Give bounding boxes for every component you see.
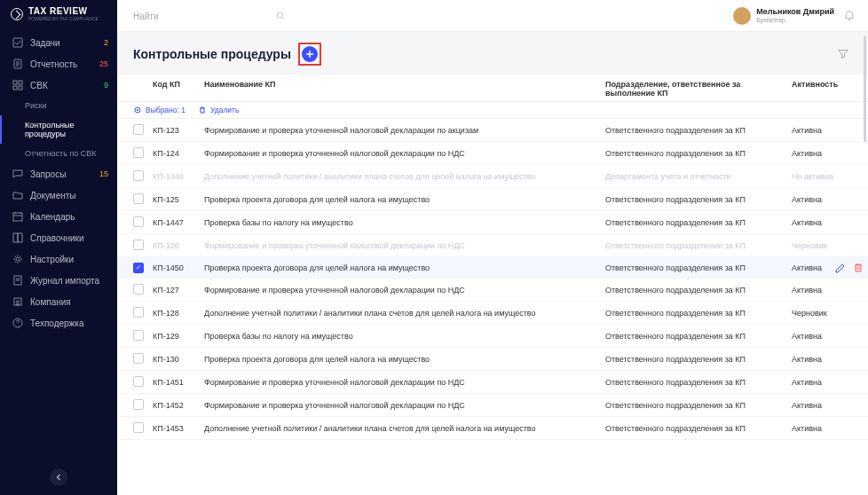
- table-row[interactable]: КП-124Формирование и проверка уточненной…: [117, 142, 868, 165]
- cell-activity: Активна: [792, 195, 852, 204]
- cell-dept: Ответственного подразделения за КП: [605, 195, 792, 204]
- search-icon: [276, 11, 286, 20]
- sidebar: TAX REVIEW POWERED BY TAX COMPLIANCE Зад…: [0, 0, 117, 495]
- row-checkbox[interactable]: [133, 240, 144, 250]
- sidebar-item-5[interactable]: Отчетность по СВК: [0, 144, 117, 163]
- row-checkbox[interactable]: [133, 330, 144, 341]
- bulk-delete-button[interactable]: Удалить: [198, 106, 239, 114]
- sidebar-badge: 2: [104, 38, 108, 47]
- sidebar-item-0[interactable]: Задачи2: [0, 32, 117, 53]
- svg-rect-2: [13, 81, 17, 84]
- table-row[interactable]: КП-1446Дополнение учетной политики / ана…: [117, 165, 868, 188]
- cell-name: Дополнение учетной политики / аналитики …: [204, 309, 605, 318]
- table-row[interactable]: КП-126Формирование и проверка уточненной…: [117, 234, 868, 257]
- row-checkbox[interactable]: [133, 307, 144, 318]
- svg-point-11: [277, 12, 282, 17]
- page-header: Контрольные процедуры: [117, 32, 868, 75]
- sidebar-item-12[interactable]: Компания: [0, 291, 117, 312]
- bell-icon: [843, 10, 856, 22]
- table-row[interactable]: КП-1451Формирование и проверка уточненно…: [117, 371, 868, 394]
- cell-name: Дополнение учетной политики / аналитики …: [204, 172, 605, 181]
- svg-rect-4: [13, 86, 17, 90]
- collapse-sidebar-button[interactable]: [50, 468, 67, 486]
- sidebar-item-3[interactable]: Риски: [0, 96, 117, 115]
- logo-tagline: POWERED BY TAX COMPLIANCE: [28, 17, 99, 21]
- table-row[interactable]: КП-129Проверка базы по налогу на имущест…: [117, 325, 868, 348]
- filter-icon: [837, 48, 849, 60]
- cell-code: КП-1453: [153, 424, 204, 433]
- col-name[interactable]: Наименование КП: [204, 80, 605, 98]
- sidebar-item-9[interactable]: Справочники: [0, 227, 117, 248]
- sidebar-item-8[interactable]: Календарь: [0, 206, 117, 227]
- table-body: КП-123Формирование и проверка уточненной…: [117, 119, 868, 440]
- row-checkbox[interactable]: [133, 147, 144, 158]
- trash-icon: [852, 262, 864, 274]
- sidebar-item-label: СВК: [30, 81, 97, 90]
- table-row[interactable]: КП-128Дополнение учетной политики / анал…: [117, 302, 868, 325]
- page-title: Контрольные процедуры: [133, 47, 291, 61]
- cell-code: КП-129: [153, 332, 204, 341]
- row-checkbox[interactable]: [133, 284, 144, 295]
- row-checkbox[interactable]: [133, 124, 144, 135]
- col-code[interactable]: Код КП: [153, 80, 204, 98]
- sidebar-item-label: Календарь: [30, 212, 108, 222]
- cell-activity: Активна: [792, 401, 852, 410]
- sidebar-item-10[interactable]: Настройки: [0, 248, 117, 270]
- user-block[interactable]: Мельников Дмирий Бухгалтер: [733, 7, 834, 25]
- filter-button[interactable]: [834, 45, 852, 63]
- sidebar-item-label: Отчетность по СВК: [25, 149, 108, 158]
- avatar: [733, 7, 751, 25]
- row-checkbox[interactable]: [133, 170, 144, 181]
- table-row[interactable]: КП-1453Дополнение учетной политики / ана…: [117, 417, 868, 440]
- sidebar-badge: 9: [104, 81, 108, 90]
- user-name: Мельников Дмирий: [756, 8, 834, 17]
- svg-point-7: [16, 257, 20, 261]
- col-activity[interactable]: Активность: [792, 80, 852, 98]
- cell-name: Проверка проекта договора для целей нало…: [204, 355, 605, 364]
- cell-name: Проверка проекта договора для целей нало…: [204, 195, 605, 204]
- book-icon: [12, 232, 23, 243]
- row-checkbox[interactable]: [133, 353, 144, 364]
- row-checkbox[interactable]: [133, 376, 144, 387]
- sidebar-item-13[interactable]: Техподержка: [0, 312, 117, 334]
- svg-rect-9: [14, 298, 21, 305]
- cell-dept: Ответственного подразделения за КП: [605, 424, 792, 433]
- cell-dept: Ответственного подразделения за КП: [605, 218, 792, 227]
- table-row[interactable]: КП-123Формирование и проверка уточненной…: [117, 119, 868, 142]
- table-row[interactable]: КП-1447Проверка базы по налогу на имущес…: [117, 211, 868, 234]
- cell-code: КП-125: [153, 195, 204, 204]
- sidebar-item-1[interactable]: Отчетность25: [0, 53, 117, 75]
- row-checkbox[interactable]: [133, 216, 144, 227]
- row-checkbox[interactable]: [133, 399, 144, 410]
- row-checkbox[interactable]: ✓: [133, 263, 144, 273]
- table-row[interactable]: ✓КП-1450Проверка проекта договора для це…: [117, 257, 868, 279]
- bulk-selected: Выбрано: 1: [133, 106, 185, 114]
- scrollbar[interactable]: [864, 35, 866, 142]
- journal-icon: [12, 275, 23, 286]
- edit-button[interactable]: [834, 262, 847, 274]
- search-wrap: [130, 7, 289, 25]
- col-dept[interactable]: Подразделение, ответственное за выполнен…: [605, 80, 792, 98]
- sidebar-item-6[interactable]: Запросы15: [0, 163, 117, 185]
- cell-dept: Ответственного подразделения за КП: [605, 126, 792, 135]
- table-row[interactable]: КП-125Проверка проекта договора для целе…: [117, 188, 868, 211]
- row-checkbox[interactable]: [133, 193, 144, 204]
- notifications-button[interactable]: [843, 10, 856, 22]
- bulk-actions-row: Выбрано: 1 Удалить: [117, 102, 868, 119]
- sidebar-item-label: Справочники: [30, 233, 108, 243]
- table-row[interactable]: КП-130Проверка проекта договора для целе…: [117, 348, 868, 371]
- cell-name: Формирование и проверка уточненной налог…: [204, 401, 605, 410]
- delete-button[interactable]: [852, 262, 864, 274]
- add-button[interactable]: [302, 46, 318, 62]
- table-row[interactable]: КП-1452Формирование и проверка уточненно…: [117, 394, 868, 417]
- cell-name: Дополнение учетной политики / аналитики …: [204, 424, 605, 433]
- doc-icon: [12, 59, 23, 69]
- sidebar-item-11[interactable]: Журнал импорта: [0, 270, 117, 291]
- logo[interactable]: TAX REVIEW POWERED BY TAX COMPLIANCE: [0, 0, 117, 28]
- search-input[interactable]: [130, 8, 289, 25]
- row-checkbox[interactable]: [133, 422, 144, 433]
- sidebar-item-2[interactable]: СВК9: [0, 75, 117, 96]
- sidebar-item-4[interactable]: Контрольные процедуры: [0, 115, 117, 144]
- sidebar-item-7[interactable]: Документы: [0, 185, 117, 206]
- table-row[interactable]: КП-127Формирование и проверка уточненной…: [117, 279, 868, 302]
